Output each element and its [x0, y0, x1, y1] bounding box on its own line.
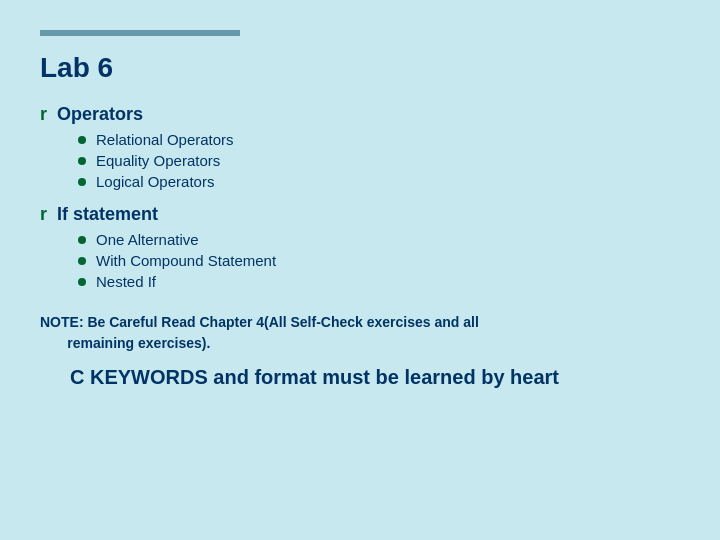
list-item: Nested If [78, 273, 680, 290]
operators-section: r Operators Relational Operators Equalit… [40, 104, 680, 190]
item-label: Nested If [96, 273, 156, 290]
bullet-icon [78, 257, 86, 265]
list-item: With Compound Statement [78, 252, 680, 269]
item-label: One Alternative [96, 231, 199, 248]
operators-title: Operators [57, 104, 143, 125]
item-label: Logical Operators [96, 173, 214, 190]
list-item: Logical Operators [78, 173, 680, 190]
bullet-icon [78, 136, 86, 144]
list-item: Relational Operators [78, 131, 680, 148]
if-statement-header: r If statement [40, 204, 680, 225]
operators-bullet: r [40, 104, 47, 125]
note-continuation: remaining exercises). [67, 335, 210, 351]
operators-list: Relational Operators Equality Operators … [78, 131, 680, 190]
page-title: Lab 6 [40, 52, 680, 84]
bullet-icon [78, 236, 86, 244]
operators-header: r Operators [40, 104, 680, 125]
bullet-icon [78, 278, 86, 286]
list-item: Equality Operators [78, 152, 680, 169]
if-bullet: r [40, 204, 47, 225]
if-statement-section: r If statement One Alternative With Comp… [40, 204, 680, 290]
bullet-icon [78, 178, 86, 186]
item-label: With Compound Statement [96, 252, 276, 269]
note-prefix: NOTE: Be Careful Read Chapter 4(All Self… [40, 314, 479, 330]
page: Lab 6 r Operators Relational Operators E… [0, 0, 720, 540]
if-statement-list: One Alternative With Compound Statement … [78, 231, 680, 290]
item-label: Relational Operators [96, 131, 234, 148]
note-section: NOTE: Be Careful Read Chapter 4(All Self… [40, 312, 680, 389]
top-bar [40, 30, 240, 36]
note-text: NOTE: Be Careful Read Chapter 4(All Self… [40, 312, 680, 354]
item-label: Equality Operators [96, 152, 220, 169]
keywords-text: C KEYWORDS and format must be learned by… [70, 366, 680, 389]
if-statement-title: If statement [57, 204, 158, 225]
list-item: One Alternative [78, 231, 680, 248]
bullet-icon [78, 157, 86, 165]
